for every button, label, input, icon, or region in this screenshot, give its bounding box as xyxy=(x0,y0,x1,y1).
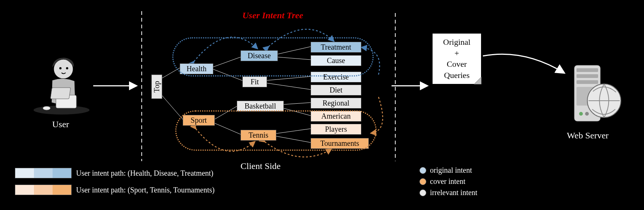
user-icon xyxy=(30,54,93,119)
node-sport: Sport xyxy=(183,115,215,126)
svg-rect-23 xyxy=(50,88,70,99)
legend-right-cover: cover intent xyxy=(420,177,465,186)
node-players: Players xyxy=(311,124,361,135)
legend-right-text-irrelevant: irrelevant intent xyxy=(430,188,477,197)
client-side-label: Client Side xyxy=(241,161,280,171)
svg-point-31 xyxy=(579,112,583,116)
node-disease: Disease xyxy=(241,50,278,61)
legend-right-text-original: original intent xyxy=(430,166,472,175)
svg-line-7 xyxy=(278,47,311,54)
svg-rect-28 xyxy=(577,74,598,78)
svg-point-32 xyxy=(585,112,589,116)
svg-point-21 xyxy=(66,67,68,69)
node-treatment: Treatment xyxy=(311,42,361,53)
svg-point-20 xyxy=(59,67,62,69)
legend-swatch-blue xyxy=(15,168,72,178)
svg-line-8 xyxy=(278,57,311,60)
svg-rect-29 xyxy=(577,80,598,84)
svg-line-6 xyxy=(214,123,241,134)
legend-swatch-orange xyxy=(15,185,72,195)
note-to-server-arrow xyxy=(481,52,567,82)
server-label: Web Server xyxy=(567,131,609,141)
tree-title: User Intent Tree xyxy=(242,10,303,21)
node-fit: Fit xyxy=(242,76,267,87)
note-line-queries: Queries xyxy=(438,70,476,81)
legend-right-original: original intent xyxy=(420,166,472,175)
tree-root-top: Top xyxy=(151,75,162,99)
svg-line-3 xyxy=(213,57,241,67)
queries-note: Original + Cover Queries xyxy=(433,34,481,84)
svg-rect-27 xyxy=(577,68,598,72)
legend-left-text1: User intent path: (Health, Disease, Trea… xyxy=(76,169,213,178)
svg-point-24 xyxy=(43,106,50,110)
svg-line-5 xyxy=(214,106,237,119)
svg-line-12 xyxy=(283,108,311,116)
legend-left-row2: User intent path: (Sport, Tennis, Tourna… xyxy=(15,185,214,195)
svg-line-9 xyxy=(265,76,311,81)
legend-right-text-cover: cover intent xyxy=(430,177,465,186)
dot-irrelevant-icon xyxy=(420,189,426,196)
node-american: American xyxy=(311,111,361,122)
note-line-cover: Cover xyxy=(438,59,476,70)
note-line-plus: + xyxy=(438,48,476,59)
legend-left-row1: User intent path: (Health, Disease, Trea… xyxy=(15,168,213,178)
node-cause: Cause xyxy=(311,55,361,66)
svg-marker-25 xyxy=(474,77,481,84)
dot-cover-icon xyxy=(420,178,426,185)
node-exercise: Exercise xyxy=(311,72,361,82)
svg-line-13 xyxy=(276,129,311,134)
node-regional: Regional xyxy=(311,98,361,109)
server-icon xyxy=(563,62,626,130)
dot-original-icon xyxy=(420,167,426,174)
svg-line-10 xyxy=(265,83,311,90)
node-basketball: Basketball xyxy=(237,101,284,112)
legend-left-text2: User intent path: (Sport, Tennis, Tourna… xyxy=(76,186,214,194)
legend-right-irrelevant: irrelevant intent xyxy=(420,188,477,197)
user-label: User xyxy=(52,119,69,129)
node-diet: Diet xyxy=(311,85,361,95)
note-line-original: Original xyxy=(438,37,476,48)
node-tournaments: Tournaments xyxy=(311,138,369,149)
node-health: Health xyxy=(180,63,213,74)
svg-line-14 xyxy=(276,136,311,142)
svg-line-4 xyxy=(213,69,242,81)
svg-line-11 xyxy=(283,103,311,104)
node-tennis: Tennis xyxy=(241,130,276,141)
